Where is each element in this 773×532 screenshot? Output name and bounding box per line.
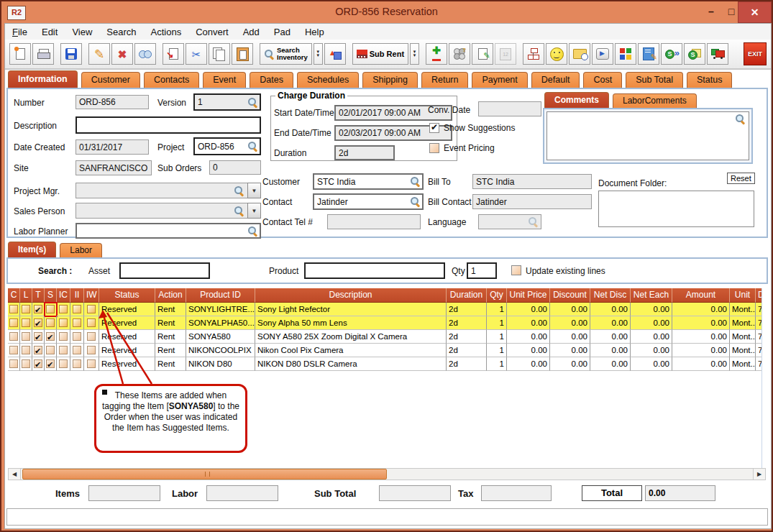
copy-to-order-button[interactable]: ↘ — [163, 43, 184, 65]
history-folder-button[interactable] — [569, 43, 590, 65]
exit-button[interactable]: EXIT — [744, 42, 767, 65]
row-checkbox[interactable] — [34, 346, 42, 354]
contact-field[interactable] — [313, 193, 424, 210]
row-checkbox[interactable] — [9, 332, 18, 341]
project-mgr-dropdown[interactable]: ▼ — [247, 183, 261, 198]
row-checkbox[interactable] — [34, 318, 42, 327]
project-search-icon[interactable] — [247, 141, 258, 152]
tab-shipping[interactable]: Shipping — [362, 72, 418, 88]
product-search-input[interactable] — [304, 262, 445, 279]
update-existing-lines-checkbox[interactable] — [511, 265, 521, 275]
tab-contacts[interactable]: Contacts — [144, 72, 199, 88]
close-button[interactable]: ✕ — [738, 1, 772, 23]
row-checkbox[interactable] — [22, 332, 30, 341]
menu-add[interactable]: Add — [243, 27, 260, 37]
tab-sub-total[interactable]: Sub Total — [626, 72, 683, 88]
col-unit[interactable]: Unit — [730, 288, 756, 303]
tab-cost[interactable]: Cost — [583, 72, 622, 88]
col-status[interactable]: Status — [99, 288, 155, 303]
row-checkbox[interactable] — [73, 318, 81, 327]
row-checkbox[interactable] — [87, 305, 96, 313]
search-inventory-options-button[interactable]: ▼▼ — [314, 43, 323, 65]
table-row[interactable]: Reserved Rent NIKONCOOLPIX Nikon Cool Pi… — [8, 344, 761, 357]
row-checkbox[interactable] — [73, 359, 81, 368]
menu-edit[interactable]: Edit — [42, 27, 58, 37]
col-ic[interactable]: IC — [57, 288, 70, 303]
col-net-each[interactable]: Net Each — [631, 288, 672, 303]
customer-search-icon[interactable] — [410, 176, 421, 187]
tab-status[interactable]: Status — [687, 72, 732, 88]
table-row[interactable]: Reserved Rent SONYALPHA50... Sony Alpha … — [8, 316, 761, 330]
sales-person-dropdown[interactable]: ▼ — [247, 203, 261, 219]
paste-button[interactable] — [232, 43, 253, 65]
event-pricing-checkbox[interactable] — [429, 143, 439, 153]
sales-person-search-icon[interactable] — [234, 206, 244, 216]
col-unit-price[interactable]: Unit Price — [507, 288, 550, 303]
send-invoice-button[interactable]: S» — [661, 43, 682, 65]
tab-event[interactable]: Event — [203, 72, 246, 88]
bill-contact-field[interactable] — [472, 194, 592, 209]
col-duration[interactable]: Duration — [447, 288, 487, 303]
table-row[interactable]: Reserved Rent NIKON D80 NIKON D80 DSLR C… — [8, 357, 761, 371]
col-ii[interactable]: II — [70, 288, 84, 303]
row-checkbox[interactable] — [59, 332, 68, 341]
col-amount[interactable]: Amount — [672, 288, 730, 303]
menu-actions[interactable]: Actions — [151, 27, 182, 37]
row-checkbox[interactable] — [87, 359, 96, 368]
menu-help[interactable]: Help — [305, 27, 324, 37]
contact-tel-field[interactable] — [327, 214, 421, 229]
horizontal-scrollbar[interactable]: ◀ ▶ — [8, 468, 766, 480]
number-field[interactable] — [76, 95, 149, 109]
duration-field[interactable] — [334, 145, 395, 160]
reset-button[interactable]: Reset — [727, 173, 755, 184]
col-t[interactable]: T — [32, 288, 45, 303]
tab-schedules[interactable]: Schedules — [297, 72, 359, 88]
description-field[interactable] — [76, 116, 261, 134]
menu-file[interactable]: File — [12, 27, 27, 37]
cut-button[interactable]: ✂ — [186, 43, 207, 65]
shipping-truck-button[interactable] — [707, 43, 728, 65]
labor-planner-field[interactable] — [76, 223, 261, 239]
row-checkbox[interactable] — [59, 305, 68, 313]
row-checkbox[interactable] — [9, 305, 18, 313]
tab-labor[interactable]: Labor — [60, 243, 102, 257]
comments-search-icon[interactable] — [735, 114, 746, 124]
scrollbar-thumb[interactable] — [22, 469, 387, 480]
row-checkbox[interactable] — [22, 346, 30, 354]
scroll-left-arrow[interactable]: ◀ — [9, 469, 21, 480]
menu-search[interactable]: Search — [106, 27, 136, 37]
row-checkbox[interactable] — [73, 305, 81, 313]
col-iw[interactable]: IW — [84, 288, 99, 303]
row-checkbox[interactable] — [73, 346, 81, 354]
tab-default[interactable]: Default — [531, 72, 580, 88]
row-checkbox[interactable] — [9, 318, 18, 327]
row-checkbox[interactable] — [59, 359, 68, 368]
row-checkbox[interactable] — [9, 359, 18, 368]
project-mgr-search-icon[interactable] — [234, 185, 244, 196]
edit-note-button[interactable]: ✎ — [638, 43, 659, 65]
show-suggestions-checkbox[interactable] — [429, 123, 439, 133]
row-checkbox[interactable] — [34, 332, 42, 341]
row-checkbox-suggested-highlight[interactable] — [46, 305, 55, 313]
comments-textarea[interactable] — [546, 111, 749, 160]
invoice-notes-button[interactable]: S — [684, 43, 705, 65]
row-checkbox[interactable] — [46, 318, 55, 327]
row-checkbox[interactable] — [87, 346, 96, 354]
row-checkbox[interactable] — [46, 359, 55, 368]
labor-planner-search-icon[interactable] — [247, 226, 258, 237]
table-row[interactable]: Reserved Rent SONYLIGHTRE... Sony Light … — [8, 303, 761, 316]
menu-view[interactable]: View — [72, 27, 92, 37]
row-checkbox[interactable] — [46, 332, 55, 341]
col-l[interactable]: L — [20, 288, 32, 303]
row-checkbox[interactable] — [73, 332, 81, 341]
bill-to-field[interactable] — [472, 174, 592, 189]
row-checkbox[interactable] — [59, 318, 68, 327]
sub-rent-options-button[interactable]: ▼▼ — [410, 43, 419, 65]
row-checkbox[interactable] — [59, 346, 68, 354]
edit-button[interactable]: ✎ — [88, 43, 110, 65]
col-qty[interactable]: Qty — [487, 288, 507, 303]
customer-field[interactable] — [313, 173, 424, 190]
row-checkbox[interactable] — [34, 359, 42, 368]
col-c[interactable]: C — [8, 288, 20, 303]
tab-information[interactable]: Information — [8, 70, 78, 88]
